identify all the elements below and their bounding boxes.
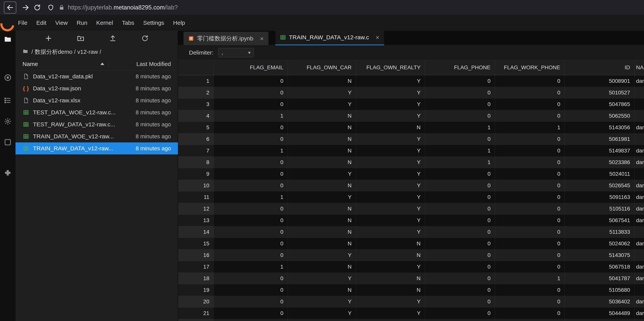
grid-row: 190NN005105680	[178, 284, 644, 296]
grid-cell: 0	[425, 296, 495, 308]
new-launcher-plus-icon[interactable]	[44, 33, 54, 43]
row-index: 5	[178, 122, 214, 133]
menu-item-settings[interactable]: Settings	[139, 19, 168, 26]
menu-item-kernel[interactable]: Kernel	[92, 19, 118, 26]
file-browser-folder-icon[interactable]	[3, 35, 12, 44]
grid-cell: dary	[634, 75, 644, 87]
grid-cell: 0	[425, 133, 495, 145]
grid-cell: N	[288, 110, 356, 122]
file-row[interactable]: { }Data_v12-raw.json8 minutes ago	[16, 82, 178, 94]
refresh-file-list-icon[interactable]	[140, 33, 150, 43]
menu-item-view[interactable]: View	[51, 19, 72, 26]
grid-cell: dary	[634, 215, 644, 226]
row-index: 7	[178, 145, 214, 157]
running-kernels-icon[interactable]	[3, 73, 12, 82]
inspector-square-icon[interactable]	[3, 138, 12, 147]
grid-cell: N	[288, 215, 356, 226]
menu-item-file[interactable]: File	[14, 19, 32, 26]
file-row[interactable]: TEST_RAW_DATA_v12-raw.c...8 minutes ago	[16, 118, 178, 130]
grid-cell: 0	[214, 133, 288, 145]
menu-item-help[interactable]: Help	[168, 19, 190, 26]
json-icon: { }	[22, 86, 30, 92]
breadcrumb[interactable]: / 数据分析demo / v12-raw /	[16, 46, 178, 58]
column-header-flag_work_phone: FLAG_WORK_PHONE	[495, 60, 565, 75]
row-index: 1	[178, 75, 214, 87]
grid-cell: 1	[214, 145, 288, 157]
extensions-puzzle-icon[interactable]	[3, 168, 12, 177]
column-header-flag_own_realty: FLAG_OWN_REALTY	[356, 60, 425, 75]
file-row[interactable]: Data_v12-raw_data.pkl8 minutes ago	[16, 70, 178, 82]
grid-cell: 1	[214, 261, 288, 273]
file-row[interactable]: Data_v12-raw.xlsx8 minutes ago	[16, 94, 178, 106]
new-folder-icon[interactable]	[76, 33, 86, 43]
back-button[interactable]	[4, 1, 16, 13]
table-of-contents-icon[interactable]	[3, 96, 12, 105]
grid-cell: 5062550	[565, 110, 634, 122]
grid-cell: Y	[356, 75, 425, 87]
grid-cell: dary	[634, 308, 644, 319]
file-row[interactable]: TRAIN_RAW_DATA_v12-raw...8 minutes ago	[16, 143, 178, 155]
delimiter-select[interactable]: , ▾	[218, 48, 254, 57]
column-header-last-modified[interactable]: Last Modified	[136, 61, 171, 67]
shield-icon[interactable]	[47, 4, 54, 11]
csv-data-grid[interactable]: FLAG_EMAILFLAG_OWN_CARFLAG_OWN_REALTYFLA…	[178, 60, 644, 321]
grid-cell: 0	[495, 308, 565, 319]
grid-cell: 5105116	[565, 203, 634, 215]
lock-icon[interactable]	[58, 4, 65, 11]
file-name: TEST_RAW_DATA_v12-raw.c...	[33, 121, 132, 128]
menu-item-edit[interactable]: Edit	[32, 19, 51, 26]
tab-0[interactable]: 零门槛数据分析.ipynb×	[184, 32, 268, 45]
grid-cell: 0	[495, 87, 565, 99]
grid-cell: Y	[356, 191, 425, 203]
grid-cell: N	[288, 261, 356, 273]
grid-cell: 0	[495, 215, 565, 226]
grid-cell: 5113833	[565, 226, 634, 238]
csv-toolbar: Delimiter: , ▾	[178, 45, 644, 60]
grid-cell: N	[356, 238, 425, 249]
grid-row: 30YY005047865	[178, 99, 644, 110]
grid-cell: 0	[214, 238, 288, 249]
address-bar[interactable]: https://jupyterlab.metanoia8295.com/lab?	[68, 4, 178, 11]
grid-cell: N	[356, 249, 425, 261]
upload-icon[interactable]	[108, 33, 118, 43]
row-index: 18	[178, 273, 214, 284]
grid-cell: 1	[214, 110, 288, 122]
file-list-header: Name Last Modified	[16, 58, 178, 70]
tab-1[interactable]: TRAIN_RAW_DATA_v12-raw.c×	[276, 30, 384, 45]
grid-cell: N	[288, 133, 356, 145]
settings-gear-icon[interactable]	[3, 117, 12, 126]
refresh-button[interactable]	[32, 2, 43, 13]
grid-cell: 5143056	[565, 122, 634, 133]
menu-item-run[interactable]: Run	[72, 19, 92, 26]
row-index: 13	[178, 215, 214, 226]
close-icon[interactable]: ×	[260, 35, 264, 42]
file-name: TRAIN_DATA_WOE_v12-raw...	[33, 133, 132, 140]
grid-cell: 0	[214, 308, 288, 319]
file-modified: 8 minutes ago	[136, 133, 171, 140]
sort-ascending-icon	[100, 62, 104, 65]
menu-item-tabs[interactable]: Tabs	[118, 19, 138, 26]
grid-cell: 0	[214, 99, 288, 110]
grid-cell: Y	[288, 191, 356, 203]
grid-row: 120NY005105116dary	[178, 203, 644, 215]
grid-cell: 0	[495, 145, 565, 157]
grid-cell: 0	[425, 284, 495, 296]
grid-cell: 0	[214, 215, 288, 226]
forward-button[interactable]	[20, 2, 32, 13]
grid-cell: 0	[495, 249, 565, 261]
grid-cell: 0	[495, 75, 565, 87]
grid-cell: dary	[634, 261, 644, 273]
grid-cell: 1	[425, 145, 495, 157]
close-icon[interactable]: ×	[376, 34, 380, 41]
grid-cell: 5067541	[565, 215, 634, 226]
grid-cell: 0	[214, 284, 288, 296]
file-row[interactable]: TEST_DATA_WOE_v12-raw.c...8 minutes ago	[16, 106, 178, 118]
grid-cell: Y	[356, 87, 425, 99]
file-modified: 8 minutes ago	[136, 109, 171, 116]
file-row[interactable]: TRAIN_DATA_WOE_v12-raw...8 minutes ago	[16, 130, 178, 143]
grid-cell: dary	[634, 145, 644, 157]
grid-cell: 5091163	[565, 191, 634, 203]
tab-bar: 零门槛数据分析.ipynb×TRAIN_RAW_DATA_v12-raw.c×	[178, 31, 644, 45]
grid-row: 180YN015041787dary	[178, 273, 644, 284]
column-header-name[interactable]: Name	[22, 61, 38, 67]
